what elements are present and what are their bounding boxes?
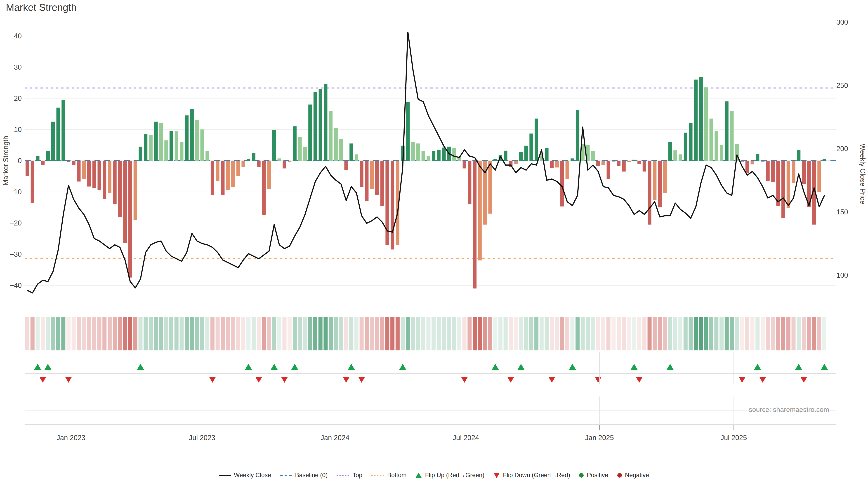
strength-bar[interactable]	[313, 92, 317, 161]
heatmap-cell[interactable]	[498, 317, 502, 350]
strength-bar[interactable]	[535, 119, 538, 161]
heatmap-cell[interactable]	[144, 317, 148, 350]
heatmap-cell[interactable]	[180, 317, 184, 350]
heatmap-cell[interactable]	[349, 317, 353, 350]
strength-bar[interactable]	[740, 161, 744, 162]
strength-bar[interactable]	[200, 129, 204, 161]
heatmap-cell[interactable]	[745, 317, 749, 350]
strength-bar[interactable]	[643, 161, 646, 171]
strength-bar[interactable]	[72, 161, 75, 165]
heatmap-cell[interactable]	[750, 317, 754, 350]
heatmap-cell[interactable]	[766, 317, 770, 350]
heatmap-cell[interactable]	[82, 317, 86, 350]
heatmap-cell[interactable]	[570, 317, 575, 350]
strength-bar[interactable]	[144, 134, 147, 161]
strength-bar[interactable]	[380, 161, 384, 206]
heatmap-cell[interactable]	[421, 317, 426, 350]
strength-bar[interactable]	[612, 161, 615, 162]
heatmap-cell[interactable]	[596, 317, 600, 350]
strength-bar[interactable]	[617, 161, 620, 166]
heatmap-cell[interactable]	[190, 317, 194, 350]
strength-bar[interactable]	[669, 142, 672, 161]
strength-bar[interactable]	[138, 147, 142, 161]
heatmap-cell[interactable]	[406, 317, 410, 350]
heatmap-cell[interactable]	[437, 317, 441, 350]
strength-bar[interactable]	[370, 161, 374, 189]
strength-bar[interactable]	[128, 161, 132, 278]
strength-bar[interactable]	[36, 156, 39, 161]
strength-bar[interactable]	[576, 110, 579, 161]
heatmap-cell[interactable]	[694, 317, 698, 350]
strength-bar[interactable]	[694, 79, 698, 161]
heatmap-cell[interactable]	[133, 317, 137, 350]
strength-bar[interactable]	[267, 161, 271, 189]
strength-bar[interactable]	[365, 161, 368, 201]
strength-bar[interactable]	[216, 161, 219, 181]
heatmap-cell[interactable]	[66, 317, 70, 350]
strength-bar[interactable]	[622, 161, 626, 171]
strength-bar[interactable]	[416, 143, 420, 161]
heatmap-cell[interactable]	[673, 317, 677, 350]
heatmap-cell[interactable]	[416, 317, 420, 350]
strength-bar[interactable]	[514, 161, 518, 164]
strength-bar[interactable]	[375, 161, 379, 195]
strength-bar[interactable]	[638, 161, 641, 164]
strength-bar[interactable]	[570, 158, 574, 161]
strength-bar[interactable]	[355, 154, 358, 161]
heatmap-cell[interactable]	[534, 317, 538, 350]
strength-bar[interactable]	[627, 161, 631, 162]
strength-bar[interactable]	[771, 161, 775, 182]
strength-bar[interactable]	[159, 123, 163, 161]
heatmap-cell[interactable]	[159, 317, 163, 350]
strength-bar[interactable]	[756, 154, 759, 161]
heatmap-cell[interactable]	[714, 317, 718, 350]
heatmap-cell[interactable]	[663, 317, 667, 350]
strength-bar[interactable]	[262, 161, 266, 215]
heatmap-cell[interactable]	[102, 317, 106, 350]
strength-bar[interactable]	[715, 131, 718, 161]
heatmap-cell[interactable]	[272, 317, 276, 350]
strength-bar[interactable]	[133, 161, 137, 220]
strength-bar[interactable]	[257, 161, 260, 167]
heatmap-cell[interactable]	[76, 317, 81, 350]
heatmap-cell[interactable]	[128, 317, 132, 350]
strength-bar[interactable]	[211, 161, 214, 195]
strength-bar[interactable]	[720, 145, 723, 161]
heatmap-cell[interactable]	[781, 317, 785, 350]
strength-bar[interactable]	[802, 161, 806, 184]
heatmap-cell[interactable]	[339, 317, 343, 350]
heatmap-cell[interactable]	[318, 317, 322, 350]
strength-bar[interactable]	[97, 161, 101, 190]
heatmap-cell[interactable]	[31, 317, 35, 350]
strength-bar[interactable]	[26, 161, 29, 176]
strength-bar[interactable]	[519, 152, 523, 161]
heatmap-cell[interactable]	[313, 317, 317, 350]
strength-bar[interactable]	[648, 161, 651, 225]
heatmap-cell[interactable]	[308, 317, 312, 350]
heatmap-cell[interactable]	[25, 317, 29, 350]
strength-bar[interactable]	[776, 161, 780, 206]
heatmap-cell[interactable]	[463, 317, 467, 350]
heatmap-cell[interactable]	[375, 317, 379, 350]
strength-bar[interactable]	[699, 77, 703, 161]
heatmap-cell[interactable]	[396, 317, 400, 350]
strength-bar[interactable]	[195, 120, 199, 161]
heatmap-cell[interactable]	[200, 317, 204, 350]
heatmap-cell[interactable]	[508, 317, 513, 350]
heatmap-cell[interactable]	[802, 317, 806, 350]
strength-bar[interactable]	[278, 158, 281, 161]
heatmap-cell[interactable]	[257, 317, 261, 350]
heatmap-cell[interactable]	[648, 317, 652, 350]
strength-bar[interactable]	[319, 89, 322, 161]
heatmap-cell[interactable]	[252, 317, 256, 350]
heatmap-cell[interactable]	[231, 317, 235, 350]
strength-bar[interactable]	[329, 111, 333, 161]
heatmap-cell[interactable]	[581, 317, 585, 350]
strength-bar[interactable]	[87, 161, 91, 187]
strength-bar[interactable]	[82, 161, 86, 179]
strength-bar[interactable]	[432, 151, 435, 161]
strength-bar[interactable]	[56, 107, 60, 161]
strength-bar[interactable]	[108, 161, 112, 193]
strength-bar[interactable]	[653, 161, 656, 200]
heatmap-cell[interactable]	[632, 317, 636, 350]
